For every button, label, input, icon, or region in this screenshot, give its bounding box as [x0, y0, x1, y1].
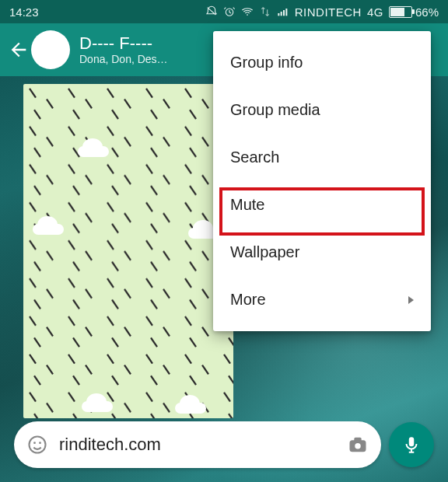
- svg-rect-3: [280, 12, 282, 16]
- network-label: 4G: [367, 5, 383, 19]
- svg-rect-4: [283, 10, 285, 16]
- svg-point-11: [33, 442, 36, 444]
- cloud-icon: [33, 216, 64, 235]
- input-bar: rinditech.com: [14, 421, 434, 468]
- svg-rect-2: [278, 13, 279, 16]
- menu-item-label: Group media: [230, 101, 320, 119]
- mic-button[interactable]: [389, 422, 434, 467]
- dnd-icon: [205, 5, 218, 18]
- signal-icon: [277, 5, 289, 18]
- avatar[interactable]: [31, 30, 70, 69]
- svg-point-10: [30, 437, 46, 453]
- wifi-icon: [241, 5, 254, 18]
- menu-item-label: Mute: [230, 196, 264, 214]
- header-text: D---- F---- Dona, Don, Des…: [79, 34, 168, 65]
- camera-icon[interactable]: [347, 434, 369, 456]
- overflow-menu: Group info Group media Search Mute Wallp…: [213, 31, 431, 331]
- chevron-right-icon: [408, 296, 414, 304]
- chat-title: D---- F----: [79, 34, 168, 53]
- message-input[interactable]: rinditech.com: [14, 421, 381, 468]
- menu-item-label: Search: [230, 148, 279, 166]
- chat-subtitle: Dona, Don, Des…: [79, 53, 168, 65]
- menu-item-more[interactable]: More: [213, 276, 431, 323]
- svg-rect-14: [354, 438, 361, 442]
- menu-item-label: More: [230, 291, 266, 309]
- battery-pct: 66%: [415, 5, 439, 19]
- svg-rect-5: [285, 9, 287, 16]
- menu-item-label: Wallpaper: [230, 243, 299, 261]
- svg-rect-9: [23, 84, 233, 418]
- back-icon[interactable]: [8, 39, 30, 61]
- svg-point-1: [247, 14, 248, 16]
- emoji-icon[interactable]: [26, 434, 48, 456]
- menu-item-search[interactable]: Search: [213, 134, 431, 181]
- input-text: rinditech.com: [59, 435, 336, 455]
- menu-item-group-info[interactable]: Group info: [213, 39, 431, 86]
- cloud-icon: [82, 393, 113, 412]
- carrier-label: RINDITECH: [295, 5, 362, 19]
- chat-wallpaper: [23, 84, 233, 418]
- menu-item-mute[interactable]: Mute: [213, 181, 431, 229]
- battery-indicator: 66%: [389, 5, 439, 19]
- data-arrows-icon: [259, 5, 271, 18]
- mic-icon: [401, 435, 422, 455]
- menu-item-label: Group info: [230, 54, 303, 72]
- svg-rect-16: [409, 437, 415, 446]
- cloud-icon: [78, 138, 109, 157]
- alarm-icon: [223, 5, 236, 18]
- svg-point-15: [355, 443, 360, 449]
- menu-item-wallpaper[interactable]: Wallpaper: [213, 229, 431, 276]
- status-time: 14:23: [9, 5, 39, 19]
- status-bar: 14:23 RINDITECH 4G 66%: [0, 0, 448, 23]
- menu-item-group-media[interactable]: Group media: [213, 86, 431, 134]
- cloud-icon: [175, 395, 206, 414]
- svg-point-12: [39, 442, 41, 444]
- status-right: RINDITECH 4G 66%: [205, 5, 439, 19]
